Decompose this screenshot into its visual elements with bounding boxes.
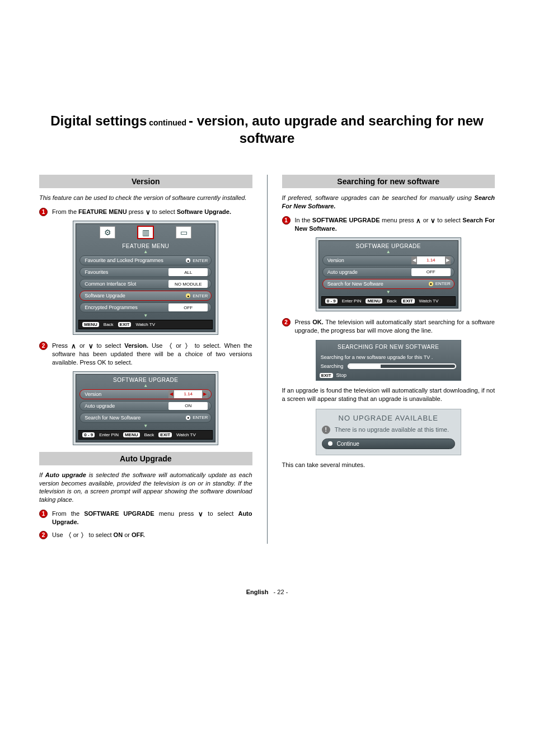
version-intro: This feature can be used to check the ve…	[39, 194, 252, 202]
t: SOFTWARE UPGRADE	[312, 217, 380, 223]
software-upgrade-osd-right: SOFTWARE UPGRADE ▲ Version◀1.14▶ Auto up…	[316, 237, 461, 311]
osd-title: SEARCHING FOR NEW SOFTWARE	[320, 343, 457, 352]
search-heading: Searching for new software	[282, 175, 495, 188]
search-intro: If prefered, software upgrades can be se…	[282, 194, 495, 211]
exit-pill: EXIT	[320, 373, 333, 378]
continue-row: Continue	[322, 438, 455, 449]
footer-page: 22	[277, 589, 284, 595]
t: or	[172, 342, 185, 349]
t: to select	[435, 217, 462, 223]
t: press	[127, 208, 146, 215]
exit-pill: EXIT	[118, 322, 132, 327]
t: or	[76, 342, 88, 349]
alert-icon: !	[322, 426, 330, 434]
osd-title: NO UPGRADE AVAILABLE	[322, 413, 455, 426]
osd-row-label: Encrypted Programmes	[85, 305, 168, 310]
t: or	[421, 217, 430, 223]
v: ENTER	[193, 258, 208, 263]
step-badge-2: 2	[282, 318, 291, 326]
t: The television will automatically start …	[295, 319, 495, 334]
step-badge-1: 1	[39, 208, 48, 216]
t: Software Upgrade.	[177, 208, 231, 215]
t: -	[274, 589, 276, 595]
auto-upgrade-intro: If Auto upgrade is selected the software…	[39, 471, 252, 504]
t: Watch TV	[176, 432, 196, 437]
step-badge-1: 1	[282, 216, 291, 225]
menu-pill: MENU	[123, 432, 140, 437]
scroll-down-icon: ▼	[76, 424, 215, 428]
scroll-up-icon: ▲	[76, 250, 215, 254]
digits-pill: 0 - 9	[325, 298, 338, 304]
osd-msg: There is no upgrade available at this ti…	[335, 426, 449, 434]
osd-row-value: NO MODULE	[168, 280, 208, 288]
stop-label: Stop	[336, 372, 347, 378]
right-icon: 〉	[185, 343, 191, 349]
feature-menu-osd: ⚙ ▥ ▭ FEATURE MENU ▲ Favourite and Locke…	[73, 221, 218, 335]
t: Watch TV	[135, 322, 155, 327]
t: In the	[295, 217, 312, 223]
version-step2: 2 Press ∧ or ∨ to select Version. Use 〈 …	[39, 342, 252, 367]
version-heading: Version	[39, 175, 252, 188]
osd-row-label: Common Interface Slot	[85, 281, 168, 287]
software-upgrade-osd-left: SOFTWARE UPGRADE ▲ Version◀1.14▶ Auto up…	[73, 371, 218, 445]
osd-row-label: Software Upgrade	[85, 293, 186, 298]
exit-pill: EXIT	[401, 298, 415, 304]
progress-bar	[348, 363, 456, 369]
t: menu press	[380, 217, 416, 223]
t: to select	[87, 531, 114, 538]
page-footer: English - 22 -	[39, 589, 495, 595]
right-icon: 〉	[81, 532, 87, 539]
v: 1.14	[174, 390, 202, 398]
t: SOFTWARE UPGRADE	[84, 510, 154, 517]
down-icon: ∨	[88, 343, 93, 349]
search-step1: 1 In the SOFTWARE UPGRADE menu press ∧ o…	[282, 216, 495, 233]
scroll-up-icon: ▲	[319, 250, 458, 254]
t: Press	[295, 319, 313, 325]
search-body4: This can take several minutes.	[282, 461, 495, 469]
search-body3: If an upgrade is found the television wi…	[282, 386, 495, 403]
footer-lang: English	[246, 589, 269, 595]
auto-step1: 1 From the SOFTWARE UPGRADE menu press ∨…	[39, 510, 252, 526]
up-icon: ∧	[71, 343, 76, 349]
t: Press	[52, 342, 71, 349]
t: Use	[52, 531, 65, 538]
v: ENTER	[435, 281, 451, 286]
osd-row-label: Version	[85, 391, 168, 397]
page-title: Digital settings continued - version, au…	[39, 112, 495, 147]
t: or	[123, 531, 132, 538]
osd-row-label: Favourite and Locked Programmes	[85, 258, 186, 263]
t: From the	[52, 208, 78, 215]
menu-pill: MENU	[82, 322, 99, 327]
t: to select	[93, 342, 125, 349]
osd-foot: 0 - 9Enter PIN MENUBack EXITWatch TV	[321, 296, 456, 306]
progress-label: Searching	[321, 363, 344, 369]
t: menu press	[154, 510, 199, 517]
step-badge-1: 1	[39, 510, 48, 518]
spinner: ◀1.14▶	[168, 390, 208, 398]
left-icon: 〈	[65, 532, 72, 539]
t: to select	[203, 510, 238, 517]
title-part2: continued	[147, 118, 189, 127]
menu-pill: MENU	[366, 298, 382, 304]
up-icon: ∧	[416, 217, 421, 224]
left-icon: 〈	[166, 343, 172, 349]
t: Enter PIN	[99, 432, 119, 437]
continue-label: Continue	[337, 441, 359, 447]
v: 1.14	[417, 256, 445, 264]
t: If	[39, 472, 45, 478]
auto-upgrade-heading: Auto Upgrade	[39, 452, 252, 465]
osd-row-label: Favourites	[85, 269, 168, 275]
scroll-up-icon: ▲	[76, 384, 215, 388]
osd-foot: MENUBack EXITWatch TV	[78, 320, 213, 329]
osd-tab-icon: ▭	[176, 226, 191, 239]
column-divider	[267, 175, 268, 543]
osd-row-value: ALL	[168, 268, 208, 276]
t: Use	[148, 342, 166, 349]
t: -	[286, 589, 288, 595]
t: ON	[114, 531, 123, 538]
down-icon: ∨	[146, 209, 151, 216]
scroll-down-icon: ▼	[76, 314, 215, 318]
down-icon: ∨	[430, 217, 435, 224]
step-badge-2: 2	[39, 342, 48, 350]
osd-row-value: ON	[168, 402, 208, 410]
